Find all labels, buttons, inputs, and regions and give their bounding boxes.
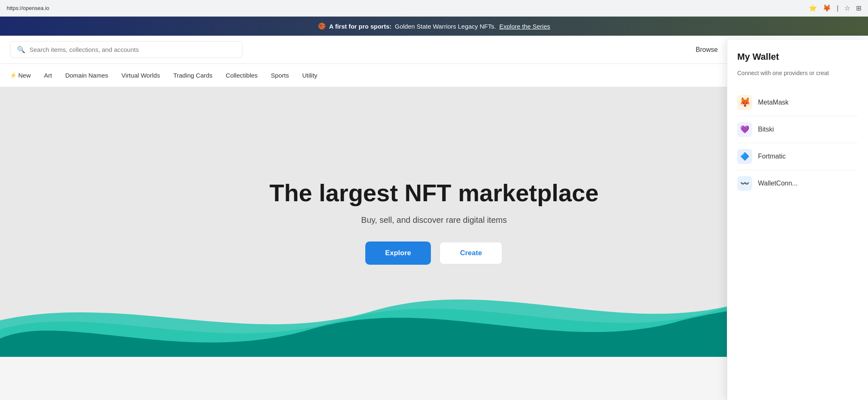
category-domain-names[interactable]: Domain Names (65, 70, 108, 80)
hero-title: The largest NFT marketplace (269, 179, 599, 207)
category-domain-names-label: Domain Names (65, 72, 108, 79)
walletconnect-label: WalletConn... (758, 180, 797, 187)
announcement-cta-link[interactable]: Explore the Series (499, 23, 550, 30)
category-trading-cards-label: Trading Cards (173, 72, 212, 79)
nav-browse[interactable]: Browse (696, 46, 718, 54)
browser-url[interactable]: https://opensea.io (7, 5, 49, 11)
walletconnect-icon: 〰️ (737, 176, 752, 191)
hero-subtitle: Buy, sell, and discover rare digital ite… (361, 215, 507, 225)
create-button[interactable]: Create (439, 241, 503, 265)
browser-bar: https://opensea.io ⭐ 🦊 | ☆ ⊞ (0, 0, 868, 17)
fortmatic-label: Fortmatic (758, 153, 786, 160)
wallet-provider-walletconnect[interactable]: 〰️ WalletConn... (737, 170, 858, 197)
star-badge-icon[interactable]: ⭐ (809, 4, 817, 12)
category-sports-label: Sports (271, 72, 289, 79)
announcement-message: Golden State Warriors Legacy NFTs. (395, 23, 496, 30)
divider-icon: | (837, 5, 839, 12)
category-collectibles[interactable]: Collectibles (226, 70, 258, 80)
main-wrapper: The largest NFT marketplace Buy, sell, a… (0, 87, 868, 357)
metamask-extension-icon[interactable]: 🦊 (823, 4, 831, 12)
hero-buttons: Explore Create (365, 241, 503, 265)
search-icon: 🔍 (17, 46, 25, 54)
explore-button[interactable]: Explore (365, 241, 431, 265)
category-new[interactable]: ⚡ New (10, 70, 31, 80)
category-sports[interactable]: Sports (271, 70, 289, 80)
wallet-panel: My Wallet Connect with one providers or … (727, 40, 868, 357)
lightning-icon: ⚡ (10, 72, 17, 78)
category-utility-label: Utility (302, 72, 318, 79)
wallet-provider-fortmatic[interactable]: 🔷 Fortmatic (737, 143, 858, 170)
category-virtual-worlds[interactable]: Virtual Worlds (122, 70, 160, 80)
category-trading-cards[interactable]: Trading Cards (173, 70, 212, 80)
announcement-prefix: A first for pro sports: (329, 23, 391, 30)
announcement-emoji: 🏀 (318, 22, 326, 30)
category-collectibles-label: Collectibles (226, 72, 258, 79)
category-art-label: Art (44, 72, 52, 79)
search-input[interactable] (29, 46, 235, 53)
wallet-provider-bitski[interactable]: 💜 Bitski (737, 116, 858, 143)
browser-icons: ⭐ 🦊 | ☆ ⊞ (809, 4, 861, 12)
category-utility[interactable]: Utility (302, 70, 318, 80)
grid-icon[interactable]: ⊞ (856, 4, 861, 12)
category-virtual-worlds-label: Virtual Worlds (122, 72, 160, 79)
search-container: 🔍 (10, 41, 242, 58)
bookmark-icon[interactable]: ☆ (844, 4, 850, 12)
wallet-description: Connect with one providers or creat (737, 69, 858, 78)
fortmatic-icon: 🔷 (737, 149, 752, 164)
bitski-label: Bitski (758, 126, 774, 133)
announcement-banner: 🏀 A first for pro sports: Golden State W… (0, 17, 868, 36)
bitski-icon: 💜 (737, 122, 752, 137)
wallet-title: My Wallet (737, 51, 858, 62)
wallet-provider-metamask[interactable]: 🦊 MetaMask (737, 89, 858, 116)
metamask-icon: 🦊 (737, 95, 752, 110)
metamask-label: MetaMask (758, 99, 789, 106)
category-new-label: New (18, 72, 31, 79)
category-art[interactable]: Art (44, 70, 52, 80)
